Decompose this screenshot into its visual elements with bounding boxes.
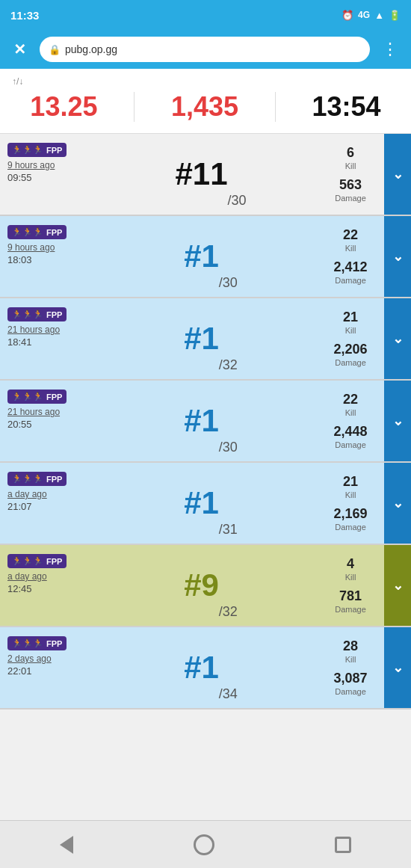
fpp-badge: 🏃🏃🏃 FPP — [7, 554, 67, 568]
damage-num: 2,169 — [333, 506, 367, 523]
rank-number: #1 — [184, 238, 219, 274]
match-list: 🏃🏃🏃 FPP 9 hours ago 09:55 #11 /30 6 Kill… — [0, 134, 411, 710]
chevron-down-icon: ⌄ — [392, 413, 404, 429]
match-expand-button[interactable]: ⌄ — [384, 216, 411, 297]
back-button[interactable] — [45, 830, 88, 860]
kill-label: Kill — [343, 490, 358, 500]
damage-num: 3,087 — [333, 671, 367, 687]
kill-stat: 6 Kill — [345, 145, 356, 171]
match-card: 🏃🏃🏃 FPP 9 hours ago 09:55 #11 /30 6 Kill… — [0, 134, 411, 216]
browser-url-bar[interactable]: 🔒 pubg.op.gg — [40, 37, 370, 62]
page-content: ↑/↓ 13.25 1,435 13:54 🏃🏃🏃 FPP 9 hours ag… — [0, 69, 411, 762]
kill-label: Kill — [343, 244, 358, 253]
match-stats: 22 Kill 2,412 Damage — [317, 216, 384, 297]
damage-label: Damage — [333, 523, 367, 532]
damage-stat: 2,448 Damage — [333, 424, 367, 450]
match-stats: 21 Kill 2,206 Damage — [317, 298, 384, 379]
damage-num: 2,206 — [333, 342, 367, 358]
match-left: 🏃🏃🏃 FPP 21 hours ago 20:55 — [0, 381, 105, 461]
match-expand-button[interactable]: ⌄ — [384, 381, 411, 461]
match-clock: 18:03 — [7, 254, 97, 265]
fpp-label: FPP — [46, 310, 62, 319]
fpp-icon: 🏃🏃🏃 — [12, 392, 43, 401]
match-expand-button[interactable]: ⌄ — [384, 298, 411, 379]
match-time-ago: a day ago — [7, 489, 97, 499]
damage-label: Damage — [333, 440, 367, 450]
kill-num: 4 — [345, 556, 356, 573]
damage-stat: 2,412 Damage — [333, 259, 367, 286]
recent-apps-icon — [335, 837, 351, 853]
match-stats: 22 Kill 2,448 Damage — [317, 381, 384, 461]
match-card: 🏃🏃🏃 FPP a day ago 21:07 #1 /31 21 Kill 2… — [0, 463, 411, 545]
match-rank: #1 /31 — [105, 463, 317, 544]
match-expand-button[interactable]: ⌄ — [384, 545, 411, 626]
fpp-icon: 🏃🏃🏃 — [12, 556, 43, 566]
damage-label: Damage — [333, 276, 367, 286]
back-icon — [60, 836, 73, 854]
chevron-down-icon: ⌄ — [392, 659, 404, 676]
status-time: 11:33 — [10, 9, 39, 22]
kill-stat: 22 Kill — [343, 392, 358, 418]
match-left: 🏃🏃🏃 FPP a day ago 12:45 — [0, 545, 105, 626]
match-expand-button[interactable]: ⌄ — [384, 463, 411, 544]
match-rank: #1 /30 — [105, 216, 317, 297]
kill-num: 6 — [345, 145, 356, 161]
fpp-label: FPP — [46, 393, 62, 401]
match-time-ago: 21 hours ago — [7, 324, 97, 335]
match-stats: 28 Kill 3,087 Damage — [317, 627, 384, 708]
home-button[interactable] — [179, 828, 229, 861]
match-card: 🏃🏃🏃 FPP 21 hours ago 18:41 #1 /32 21 Kil… — [0, 298, 411, 381]
browser-close-button[interactable]: ✕ — [7, 37, 32, 61]
fpp-label: FPP — [46, 228, 62, 237]
rank-number: #1 — [184, 650, 219, 686]
stats-header: ↑/↓ 13.25 1,435 13:54 — [0, 69, 411, 134]
match-rank: #11 /30 — [105, 134, 317, 215]
stat-kda: 13.25 — [30, 91, 97, 123]
match-clock: 12:45 — [7, 583, 97, 594]
kill-stat: 22 Kill — [343, 227, 358, 253]
fpp-icon: 🏃🏃🏃 — [12, 638, 43, 648]
stats-nav: ↑/↓ — [12, 76, 399, 87]
match-rank: #1 /30 — [105, 381, 317, 461]
match-left: 🏃🏃🏃 FPP 21 hours ago 18:41 — [0, 298, 105, 379]
fpp-badge: 🏃🏃🏃 FPP — [7, 472, 67, 486]
recent-apps-button[interactable] — [320, 831, 366, 859]
fpp-badge: 🏃🏃🏃 FPP — [7, 307, 67, 321]
alarm-icon: ⏰ — [342, 10, 353, 21]
kill-stat: 4 Kill — [345, 556, 356, 582]
match-left: 🏃🏃🏃 FPP a day ago 21:07 — [0, 463, 105, 544]
match-card: 🏃🏃🏃 FPP a day ago 12:45 #9 /32 4 Kill 78… — [0, 545, 411, 627]
rank-total: /34 — [219, 686, 238, 708]
fpp-label: FPP — [46, 639, 62, 648]
damage-label: Damage — [335, 194, 366, 203]
rank-total: /31 — [219, 522, 238, 544]
rank-total: /32 — [219, 604, 238, 626]
match-stats: 4 Kill 781 Damage — [317, 545, 384, 626]
match-stats: 21 Kill 2,169 Damage — [317, 463, 384, 544]
kill-label: Kill — [343, 326, 358, 336]
kill-num: 22 — [343, 392, 358, 408]
chevron-down-icon: ⌄ — [392, 166, 404, 182]
browser-menu-button[interactable]: ⋮ — [377, 37, 404, 62]
bottom-nav — [0, 820, 411, 868]
rank-number: #1 — [184, 321, 219, 357]
damage-label: Damage — [335, 605, 366, 615]
fpp-label: FPP — [46, 557, 62, 566]
match-rank: #1 /32 — [105, 298, 317, 379]
match-expand-button[interactable]: ⌄ — [384, 627, 411, 708]
match-rank: #9 /32 — [105, 545, 317, 626]
damage-stat: 781 Damage — [335, 588, 366, 615]
damage-stat: 2,206 Damage — [333, 342, 367, 368]
kill-num: 22 — [343, 227, 358, 244]
match-clock: 22:01 — [7, 665, 97, 677]
match-card: 🏃🏃🏃 FPP 9 hours ago 18:03 #1 /30 22 Kill… — [0, 216, 411, 298]
network-bars-icon: ▲ — [374, 10, 384, 21]
kill-num: 28 — [343, 638, 358, 655]
stats-row: 13.25 1,435 13:54 — [12, 91, 399, 123]
match-clock: 21:07 — [7, 501, 97, 512]
lock-icon: 🔒 — [49, 44, 61, 55]
match-time-ago: 21 hours ago — [7, 407, 97, 417]
match-expand-button[interactable]: ⌄ — [384, 134, 411, 215]
match-time-ago: 9 hours ago — [7, 160, 97, 170]
match-rank: #1 /34 — [105, 627, 317, 708]
